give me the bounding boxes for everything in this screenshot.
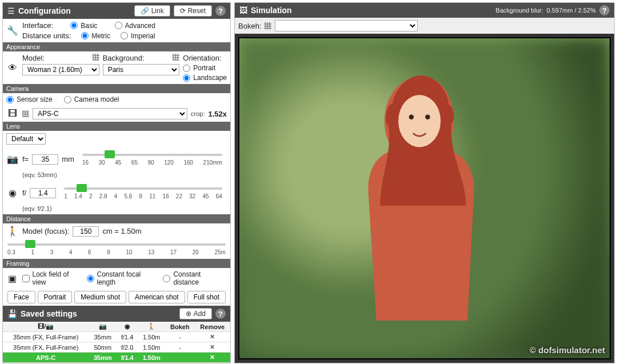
grid-icon[interactable] bbox=[93, 54, 99, 61]
focal-slider[interactable] bbox=[82, 150, 222, 158]
refresh-icon: ⟳ bbox=[180, 7, 186, 15]
remove-row-button[interactable]: ✕ bbox=[195, 342, 231, 353]
remove-row-button[interactable]: ✕ bbox=[195, 353, 231, 363]
constant-focal-radio[interactable]: Constant focal length bbox=[87, 270, 160, 286]
model-label: Model: bbox=[22, 54, 45, 62]
col-remove: Remove bbox=[195, 322, 231, 332]
table-row[interactable]: 35mm (FX, Full-Frame)50mmf/2.01.50m-✕ bbox=[3, 342, 230, 353]
bg-blur-label: Background blur: bbox=[496, 7, 543, 14]
save-icon: 💾 bbox=[7, 309, 17, 318]
interface-advanced-radio[interactable]: Advanced bbox=[115, 21, 155, 30]
wrench-icon: 🔧 bbox=[6, 25, 19, 36]
camera-icon: 📷 bbox=[6, 154, 19, 165]
framing-american-shot-button[interactable]: American shot bbox=[129, 291, 185, 303]
grid-icon[interactable] bbox=[22, 110, 29, 117]
constant-distance-radio[interactable]: Constant distance bbox=[163, 270, 227, 286]
person-icon: 🚶 bbox=[6, 226, 19, 237]
add-saved-button[interactable]: ⊕Add bbox=[179, 308, 212, 319]
appearance-header: Appearance bbox=[3, 42, 230, 51]
simulation-canvas: © dofsimulator.net bbox=[238, 37, 611, 359]
framing-portrait-button[interactable]: Portrait bbox=[38, 291, 73, 303]
bokeh-label: Bokeh: bbox=[238, 22, 261, 30]
remove-row-button[interactable]: ✕ bbox=[195, 332, 231, 342]
crop-label: crop: bbox=[191, 110, 205, 117]
table-row[interactable]: APS-C35mmf/1.41.50m✕ bbox=[3, 353, 230, 363]
sensor-select[interactable]: APS-C bbox=[33, 108, 187, 119]
configuration-panel: ☰ Configuration 🔗Link ⟳Reset ? 🔧 Interfa… bbox=[2, 2, 231, 363]
orientation-portrait-radio[interactable]: Portrait bbox=[183, 64, 227, 72]
col-sensor: 🎞/📷 bbox=[3, 322, 89, 332]
interface-basic-radio[interactable]: Basic bbox=[70, 21, 97, 30]
lock-fov-checkbox[interactable]: Lock field of view bbox=[22, 270, 83, 286]
saved-title: Saved settings bbox=[21, 309, 77, 318]
col-distance: 🚶 bbox=[138, 322, 165, 332]
sliders-icon: ☰ bbox=[7, 6, 15, 15]
help-icon[interactable]: ? bbox=[599, 5, 610, 15]
config-title: Configuration bbox=[18, 6, 71, 15]
sim-title: Simulation bbox=[251, 6, 292, 15]
aperture-input[interactable] bbox=[30, 188, 56, 198]
lens-header: Lens bbox=[3, 122, 230, 131]
sensor-size-radio[interactable]: Sensor size bbox=[6, 95, 53, 103]
lens-preset-select[interactable]: Default bbox=[6, 133, 46, 145]
orientation-landscape-radio[interactable]: Landscape bbox=[183, 74, 227, 82]
plus-icon: ⊕ bbox=[186, 310, 191, 318]
reset-button[interactable]: ⟳Reset bbox=[174, 5, 212, 17]
orientation-label: Orientation: bbox=[183, 54, 227, 62]
units-imperial-radio[interactable]: Imperial bbox=[121, 31, 155, 40]
saved-table: 🎞/📷 📷 ◉ 🚶 Bokeh Remove 35mm (FX, Full-Fr… bbox=[3, 322, 230, 363]
eye-icon: 👁 bbox=[6, 63, 19, 73]
bokeh-select[interactable] bbox=[275, 20, 418, 31]
svg-point-3 bbox=[425, 114, 430, 119]
film-icon: 🎞 bbox=[6, 109, 19, 119]
help-icon[interactable]: ? bbox=[215, 6, 226, 16]
help-icon[interactable]: ? bbox=[215, 309, 226, 319]
grid-icon[interactable] bbox=[265, 22, 271, 29]
focal-eqv: (eqv. 53mm) bbox=[22, 171, 57, 178]
table-row[interactable]: 35mm (FX, Full-Frame)35mmf/1.41.50m-✕ bbox=[3, 332, 230, 342]
crop-value: 1.52x bbox=[208, 110, 227, 118]
framing-face-button[interactable]: Face bbox=[7, 291, 35, 303]
framing-full-shot-button[interactable]: Full shot bbox=[187, 291, 226, 303]
col-aperture: ◉ bbox=[117, 322, 138, 332]
framing-header: Framing bbox=[3, 259, 230, 268]
watermark: © dofsimulator.net bbox=[530, 345, 605, 355]
link-button[interactable]: 🔗Link bbox=[134, 5, 170, 17]
distance-ticks: 0.3134681013172025m bbox=[7, 248, 226, 255]
simulation-panel: 🖼 Simulation Background blur: 0.597mm / … bbox=[234, 2, 615, 363]
focal-input[interactable] bbox=[32, 154, 58, 165]
distance-slider[interactable] bbox=[7, 240, 226, 248]
model-select[interactable]: Woman 2 (1.60m) bbox=[22, 64, 99, 75]
col-bokeh: Bokeh bbox=[165, 322, 194, 332]
units-label: Distance units: bbox=[22, 31, 71, 40]
distance-input[interactable] bbox=[73, 226, 99, 237]
background-select[interactable]: Paris bbox=[103, 64, 180, 75]
aperture-slider[interactable] bbox=[64, 184, 222, 192]
col-focal: 📷 bbox=[89, 322, 117, 332]
bg-blur-value: 0.597mm / 2.52% bbox=[547, 7, 596, 14]
model-figure bbox=[335, 64, 498, 325]
crop-icon: ▣ bbox=[6, 273, 19, 284]
camera-model-radio[interactable]: Camera model bbox=[64, 95, 119, 103]
distance-header: Distance bbox=[3, 214, 230, 223]
background-label: Background: bbox=[103, 54, 145, 62]
svg-point-1 bbox=[398, 95, 440, 147]
aperture-eqv: (eqv. f/2.1) bbox=[22, 205, 52, 212]
saved-rows: 35mm (FX, Full-Frame)35mmf/1.41.50m-✕35m… bbox=[3, 332, 230, 363]
framing-presets: FacePortraitMedium shotAmerican shotFull… bbox=[3, 289, 230, 306]
grid-icon[interactable] bbox=[173, 54, 179, 61]
link-icon: 🔗 bbox=[141, 7, 149, 15]
interface-label: Interface: bbox=[22, 21, 53, 30]
svg-point-2 bbox=[409, 114, 414, 119]
camera-header: Camera bbox=[3, 84, 230, 93]
focal-ticks: 1630456590120160210mm bbox=[82, 158, 222, 166]
aperture-ticks: 11.422.845.68111622324564 bbox=[64, 192, 222, 199]
aperture-icon: ◉ bbox=[6, 187, 19, 198]
framing-medium-shot-button[interactable]: Medium shot bbox=[74, 291, 126, 303]
image-icon: 🖼 bbox=[239, 6, 247, 15]
units-metric-radio[interactable]: Metric bbox=[81, 31, 110, 40]
